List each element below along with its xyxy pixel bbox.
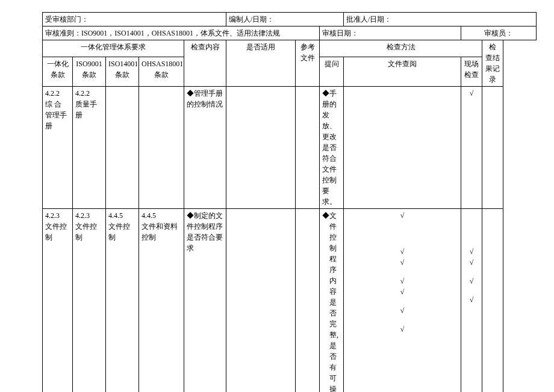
info-row-1: 受审核部门： 编制人/日期： 批准人/日期：	[43, 13, 537, 26]
cell-applicable	[226, 87, 296, 209]
cell-applicable	[226, 209, 296, 393]
audit-date-cell: 审核日期：	[320, 26, 461, 40]
table-row: 4.2.2 综 合 管理手册 4.2.2 质量手册 ◆管理手册的控制情况 ◆手册…	[43, 87, 537, 209]
cell-ohsas	[139, 87, 184, 209]
cell-ref	[296, 87, 320, 209]
iso14001-header: ISO14001条款	[106, 57, 139, 86]
criteria-cell: 审核准则：ISO9001，ISO14001，OHSAS18001，体系文件、适用…	[43, 26, 320, 40]
header-row-1: 一体化管理体系要求 检查内容 是否适用 参考文件 检查方法 检 查结果记录	[43, 40, 537, 57]
ohsas-header: OHSAS18001条款	[139, 57, 184, 86]
cell-ref	[296, 209, 320, 393]
cell-content: ◆制定的文件控制程序是否符合要求	[184, 209, 226, 393]
cell-result	[482, 87, 503, 209]
cell-question: ◆手册的发放、更改是否符合文件控制要求。	[320, 87, 344, 209]
cell-doc	[344, 87, 461, 209]
applicable-header: 是否适用	[226, 40, 296, 87]
cell-iso14001: 4.4.5 文件控制	[106, 209, 139, 393]
dept-cell: 受审核部门：	[43, 13, 226, 26]
question-header: 提问	[320, 57, 344, 86]
audit-checklist-table: 受审核部门： 编制人/日期： 批准人/日期： 审核准则：ISO9001，ISO1…	[42, 12, 537, 392]
cell-ohsas: 4.4.5 文件和资料控制	[139, 209, 184, 393]
content-header: 检查内容	[184, 40, 226, 87]
iso9001-header: ISO9001条款	[73, 57, 106, 86]
cell-iso9001: 4.2.3 文件控制	[73, 209, 106, 393]
cell-result	[482, 209, 503, 393]
sys-req-header: 一体化管理体系要求	[43, 40, 184, 57]
ref-header: 参考文件	[296, 40, 320, 87]
cell-question-multi: ◆文件控制程序内容是否完整,是否有可操作性?程序中是否对文件的编制、发布、存档、…	[320, 209, 344, 393]
cell-integrated: 4.2.3 文件控制	[43, 209, 73, 393]
method-header: 检查方法	[320, 40, 482, 57]
table-row: 4.2.3 文件控制 4.2.3 文件控制 4.4.5 文件控制 4.4.5 文…	[43, 209, 537, 393]
auditor-cell: 审核员：	[461, 26, 537, 40]
cell-integrated: 4.2.2 综 合 管理手册	[43, 87, 73, 209]
cell-doc-multi: √ √ √ √ √ √ √	[344, 209, 461, 393]
site-check-header: 现场检查	[461, 57, 482, 86]
approver-cell: 批准人/日期：	[344, 13, 537, 26]
doc-review-header: 文件查阅	[344, 57, 461, 86]
preparer-cell: 编制人/日期：	[226, 13, 344, 26]
cell-content: ◆管理手册的控制情况	[184, 87, 226, 209]
cell-site: √	[461, 87, 482, 209]
cell-site-multi: √ √ √ √	[461, 209, 482, 393]
integrated-header: 一体化条款	[43, 57, 73, 86]
info-row-2: 审核准则：ISO9001，ISO14001，OHSAS18001，体系文件、适用…	[43, 26, 537, 40]
result-header: 检 查结果记录	[482, 40, 503, 87]
cell-iso9001: 4.2.2 质量手册	[73, 87, 106, 209]
cell-iso14001	[106, 87, 139, 209]
